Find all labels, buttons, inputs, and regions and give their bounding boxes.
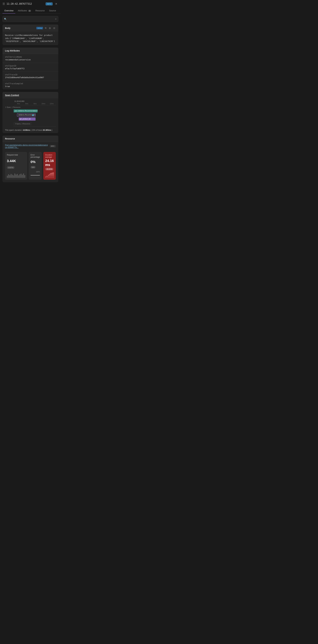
- metric-value-2: 24.16 ms: [45, 159, 54, 167]
- body-section: Body string ⧉ ⊞ ⊟ Receive ListRecommenda…: [2, 24, 58, 45]
- bar-11: [19, 174, 20, 178]
- bar-3: [9, 175, 10, 178]
- bar-15: [24, 175, 25, 178]
- metric-title-2: Duration average: [45, 154, 54, 158]
- filter-remove-icon[interactable]: ⊟: [53, 26, 56, 30]
- axis-label-4: 12ms: [47, 103, 56, 104]
- progress-fill: [30, 175, 40, 176]
- axis-label-0: 4ms: [14, 103, 22, 104]
- search-icon: 🔍: [4, 18, 7, 20]
- tab-attributes[interactable]: Attributes 4: [16, 8, 33, 14]
- axis-label-1: 6ms: [22, 103, 31, 104]
- metric-pct-label: 100%: [30, 171, 40, 173]
- metric-value-1: 0%: [30, 160, 40, 164]
- log-attributes-section: Log Attributes otelServiceName recommend…: [2, 48, 58, 90]
- search-input[interactable]: [2, 16, 58, 22]
- tab-resource[interactable]: Resource: [33, 8, 47, 14]
- span-duration: This span's duration: 4.636ms ( 23% of t…: [5, 128, 56, 131]
- timestamp: 11:20:42.897677312: [6, 2, 44, 5]
- tab-bar: Overview Attributes 4 Resource Source: [0, 8, 61, 14]
- menu-icon[interactable]: ☰: [2, 2, 5, 6]
- rpc-badge: RPC: [50, 145, 56, 148]
- bar-13: [22, 175, 23, 178]
- span-time-label: 11:20:42.893: [5, 100, 56, 102]
- span-resource-info: 1 Span, 1 Resource: [5, 106, 56, 108]
- search-container: 🔍 ✕: [2, 16, 58, 22]
- metric-value-0: 3.44K: [7, 159, 25, 163]
- span-bar-grpc[interactable]: grpc.oteldemo.RecommendationServic: [13, 109, 37, 112]
- attr-otelservicename: otelServiceName recommendationservice: [2, 54, 58, 63]
- mini-area-chart: [45, 172, 54, 178]
- attributes-badge: 4: [28, 10, 31, 12]
- attr-key-0: otelServiceName: [5, 56, 56, 58]
- span-sub-info: 5 Spans, 3 Resources: [13, 122, 32, 125]
- metrics-row: Request total 3.44K -8.97%: [2, 150, 58, 182]
- bar-7: [14, 174, 15, 178]
- body-title: Body: [5, 27, 10, 29]
- metric-title-0: Request total: [7, 154, 25, 156]
- attr-key-3: otelTraceSampled: [5, 82, 56, 85]
- attr-value-1: efac7cfaafa697f2: [5, 68, 56, 70]
- resource-pod-link[interactable]: Pod opentelemetry-demo-recommendationser…: [5, 144, 48, 148]
- attr-oteltracesample: otelTraceSampled true: [2, 80, 58, 90]
- bar-14: [23, 174, 24, 178]
- body-section-header: Body string ⧉ ⊞ ⊟: [2, 24, 58, 32]
- span-context-content: 11:20:42.893 4ms 6ms 8ms 10ms 12ms 1 Spa…: [2, 98, 58, 133]
- metric-request-total: Request total 3.44K -8.97%: [5, 152, 27, 180]
- attr-value-0: recommendationservice: [5, 58, 56, 61]
- attr-key-2: otelTraceID: [5, 74, 56, 76]
- bar-6: [13, 175, 14, 178]
- bar-5: [12, 175, 13, 178]
- axis-label-2: 8ms: [31, 103, 39, 104]
- span-bar-get-product[interactable]: get_product_list: [19, 118, 35, 120]
- bar-12: [20, 174, 21, 178]
- copy-icon[interactable]: ⧉: [44, 26, 47, 30]
- span-context-section: Span Context 11:20:42.893 4ms 6ms 8ms 10…: [2, 92, 58, 133]
- clear-search-button[interactable]: ✕: [55, 18, 57, 20]
- body-text: Receive ListRecommendations for product …: [2, 32, 58, 45]
- metric-duration-average: Duration average 24.16 ms +8.21%: [43, 152, 56, 180]
- attr-key-1: otelSpanID: [5, 65, 56, 67]
- resource-title: Resource: [2, 136, 58, 142]
- metric-error-percentage: Error percentage 0% N/A 100%: [29, 152, 42, 180]
- bar-9: [17, 174, 18, 178]
- close-button[interactable]: ✕: [54, 2, 58, 6]
- resource-link-row: Pod opentelemetry-demo-recommendationser…: [2, 142, 58, 150]
- type-badge: string: [36, 27, 43, 29]
- metric-delta-0: -8.97%: [7, 166, 14, 169]
- area-svg: [45, 172, 54, 178]
- header: ☰ 11:20:42.897677312 INFO ✕: [0, 0, 61, 8]
- filter-add-icon[interactable]: ⊞: [48, 26, 51, 30]
- level-badge: INFO: [46, 2, 52, 5]
- attr-value-2: 1fe53d89ee4dfa0dabba5eb4c61ad907: [5, 76, 56, 79]
- span-context-header: Span Context: [2, 92, 58, 98]
- bar-10: [18, 175, 19, 178]
- bar-2: [8, 174, 9, 178]
- attr-otelspanid: otelSpanID efac7cfaafa697f2: [2, 63, 58, 72]
- span-context-title[interactable]: Span Context: [5, 94, 19, 96]
- bar-1: [7, 176, 8, 178]
- bar-8: [15, 174, 16, 178]
- tab-overview[interactable]: Overview: [2, 8, 15, 14]
- progress-bar: [30, 175, 40, 176]
- tab-source[interactable]: Source: [47, 8, 58, 14]
- attr-value-3: true: [5, 85, 56, 88]
- progress-divider: [30, 178, 40, 178]
- attr-oteltraceid: otelTraceID 1fe53d89ee4dfa0dabba5eb4c61a…: [2, 72, 58, 80]
- metric-delta-1: N/A: [30, 166, 35, 168]
- metric-delta-2: +8.21%: [45, 168, 53, 170]
- log-attributes-title: Log Attributes: [2, 48, 58, 54]
- bar-4: [10, 174, 11, 178]
- mini-bar-chart: [7, 172, 25, 178]
- metric-title-1: Error percentage: [30, 154, 40, 158]
- axis-label-3: 10ms: [39, 103, 47, 104]
- body-actions: string ⧉ ⊞ ⊟: [36, 26, 56, 30]
- resource-section: Resource Pod opentelemetry-demo-recommen…: [2, 136, 58, 182]
